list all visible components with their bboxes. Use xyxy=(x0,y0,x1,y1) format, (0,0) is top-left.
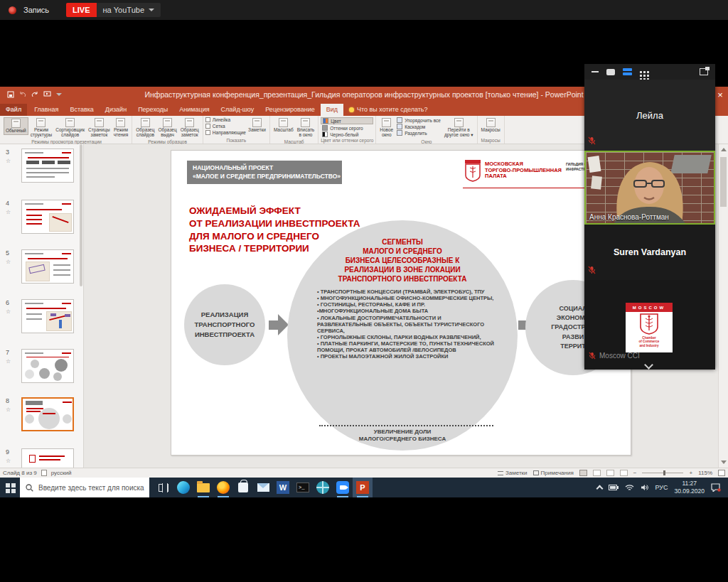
tab-transitions[interactable]: Переходы xyxy=(132,104,173,116)
taskbar-app-explorer[interactable] xyxy=(193,478,213,497)
taskbar-app-powerpoint[interactable]: P xyxy=(353,478,373,497)
taskbar-app-edge[interactable] xyxy=(173,478,193,497)
participant-tile-leila[interactable]: Лейла xyxy=(584,80,715,151)
cascade-button[interactable]: Каскадом xyxy=(395,124,442,129)
zoom-slider[interactable] xyxy=(642,473,683,473)
taskbar-app-firefox[interactable] xyxy=(213,478,233,497)
left-circle: РЕАЛИЗАЦИЯ ТРАНСПОРТНОГО ИНВЕСТПРОЕКТА xyxy=(184,284,265,365)
split-button[interactable]: Разделить xyxy=(395,130,442,136)
notes-button[interactable]: Заметки xyxy=(247,117,267,134)
zoom-out-button[interactable]: − xyxy=(633,470,637,476)
normal-view-button[interactable] xyxy=(579,470,587,476)
chevron-down-icon xyxy=(149,9,154,11)
taskbar-app-terminal[interactable]: >_ xyxy=(293,478,313,497)
handout-master-button[interactable]: Образец выдач xyxy=(156,117,178,139)
outline-view-button[interactable]: Режим структуры xyxy=(29,117,53,139)
speaker-view-icon[interactable] xyxy=(606,69,615,75)
reading-view-button[interactable]: Режим чтения xyxy=(112,117,130,139)
undo-icon[interactable] xyxy=(19,91,26,98)
macros-button[interactable]: Макросы xyxy=(480,117,502,134)
cascade-icon xyxy=(397,124,402,129)
taskbar-app-word[interactable]: W xyxy=(273,478,293,497)
tab-view[interactable]: Вид xyxy=(321,104,343,116)
qat-customize-icon[interactable] xyxy=(56,93,62,96)
search-icon xyxy=(26,484,33,492)
start-button[interactable] xyxy=(0,478,20,497)
search-input[interactable]: Введите здесь текст для поиска xyxy=(20,478,149,497)
gridlines-checkbox[interactable]: Сетка xyxy=(205,124,246,129)
zoom-in-button[interactable]: + xyxy=(689,470,692,476)
slideshow-view-button[interactable] xyxy=(620,470,628,476)
clock[interactable]: 11:27 30.09.2020 xyxy=(674,480,705,495)
redo-icon[interactable] xyxy=(31,91,38,98)
guides-checkbox[interactable]: Направляющие xyxy=(205,130,246,135)
participant-tile-moscow-cci[interactable]: MOSCOW Chamber of Commerce and Industry … xyxy=(584,280,715,370)
task-view-button[interactable] xyxy=(154,478,173,497)
scrollbar-thumb[interactable] xyxy=(720,157,727,207)
language-indicator[interactable]: русский xyxy=(51,470,72,476)
slide-indicator: Слайд 8 из 9 xyxy=(3,470,37,476)
tray-expand-icon[interactable] xyxy=(596,485,604,492)
record-label: Запись xyxy=(23,6,49,14)
network-icon[interactable] xyxy=(625,484,634,491)
scroll-down-icon[interactable] xyxy=(721,460,727,464)
ruler-checkbox[interactable]: Линейка xyxy=(205,117,246,122)
record-icon[interactable] xyxy=(9,6,16,14)
tab-slideshow[interactable]: Слайд-шоу xyxy=(215,104,260,116)
slide-master-button[interactable]: Образец слайдов xyxy=(134,117,156,139)
editor-scrollbar[interactable] xyxy=(718,144,728,468)
color-button[interactable]: Цвет xyxy=(321,117,373,124)
taskbar-app-zoom[interactable] xyxy=(333,478,353,497)
layout-popout-icon[interactable] xyxy=(700,68,708,75)
thumbnail-scrollbar[interactable] xyxy=(80,144,82,286)
tab-home[interactable]: Главная xyxy=(28,104,64,116)
language-indicator[interactable]: РУС xyxy=(655,484,668,491)
taskbar-app-browser[interactable] xyxy=(313,478,333,497)
participant-tile-suren[interactable]: Suren Vardanyan xyxy=(584,225,715,280)
fit-slide-icon[interactable] xyxy=(718,470,725,476)
participant-video-anna[interactable]: Анна Краснова-Роттман xyxy=(584,151,715,225)
status-bar: Слайд 8 из 9 русский Заметки Примечания … xyxy=(0,468,728,478)
tell-me-box[interactable]: Что вы хотите сделать? xyxy=(343,104,434,116)
comments-toggle[interactable]: Примечания xyxy=(533,470,574,476)
grayscale-button[interactable]: Оттенки серого xyxy=(321,125,373,131)
normal-view-button[interactable]: Обычный xyxy=(4,117,28,135)
black-white-button[interactable]: Черно-белый xyxy=(321,131,373,137)
checkbox-icon xyxy=(205,124,210,129)
tab-review[interactable]: Рецензирование xyxy=(259,104,321,116)
save-icon[interactable] xyxy=(7,91,14,98)
battery-icon[interactable] xyxy=(609,485,619,490)
gallery-view-icon[interactable] xyxy=(640,71,642,73)
taskbar-app-mail[interactable] xyxy=(253,478,273,497)
arrange-all-button[interactable]: Упорядочить все xyxy=(395,117,442,123)
notes-page-button[interactable]: Страницы заметок xyxy=(87,117,112,139)
collapse-chevron-icon[interactable] xyxy=(644,360,653,370)
tab-design[interactable]: Дизайн xyxy=(100,104,132,116)
tab-animations[interactable]: Анимация xyxy=(173,104,215,116)
notes-master-button[interactable]: Образец заметок xyxy=(179,117,200,139)
slide-canvas[interactable]: НАЦИОНАЛЬНЫЙ ПРОЕКТ «МАЛОЕ И СРЕДНЕЕ ПРЕ… xyxy=(171,150,631,456)
fit-to-window-button[interactable]: Вписать в окно xyxy=(296,117,316,139)
zoom-level[interactable]: 115% xyxy=(698,470,712,476)
tab-insert[interactable]: Вставка xyxy=(64,104,99,116)
spellcheck-icon[interactable] xyxy=(41,470,47,476)
store-icon xyxy=(238,483,248,492)
screen: Запись LIVE на YouTube Инфраструктурная … xyxy=(0,0,728,582)
start-slideshow-icon[interactable] xyxy=(43,91,51,98)
reading-view-button[interactable] xyxy=(606,470,614,476)
notes-toggle[interactable]: Заметки xyxy=(498,470,528,476)
youtube-destination-button[interactable]: на YouTube xyxy=(97,3,161,17)
slide-sorter-view-button[interactable] xyxy=(593,470,601,476)
tab-file[interactable]: Файл xyxy=(0,104,27,116)
switch-window-button[interactable]: Перейти в другое окно ▾ xyxy=(443,117,475,139)
scroll-up-icon[interactable] xyxy=(721,148,727,151)
zoom-button[interactable]: Масштаб xyxy=(272,117,295,134)
strip-view-icon[interactable] xyxy=(623,68,632,75)
action-center-icon[interactable] xyxy=(711,483,721,492)
speaker-icon[interactable] xyxy=(641,484,648,491)
slide-sorter-button[interactable]: Сортировщик слайдов xyxy=(54,117,86,139)
taskbar-app-store[interactable] xyxy=(233,478,253,497)
minimize-icon[interactable] xyxy=(592,71,599,72)
new-window-button[interactable]: Новое окно xyxy=(378,117,395,139)
zoom-slider-thumb[interactable] xyxy=(663,470,665,475)
